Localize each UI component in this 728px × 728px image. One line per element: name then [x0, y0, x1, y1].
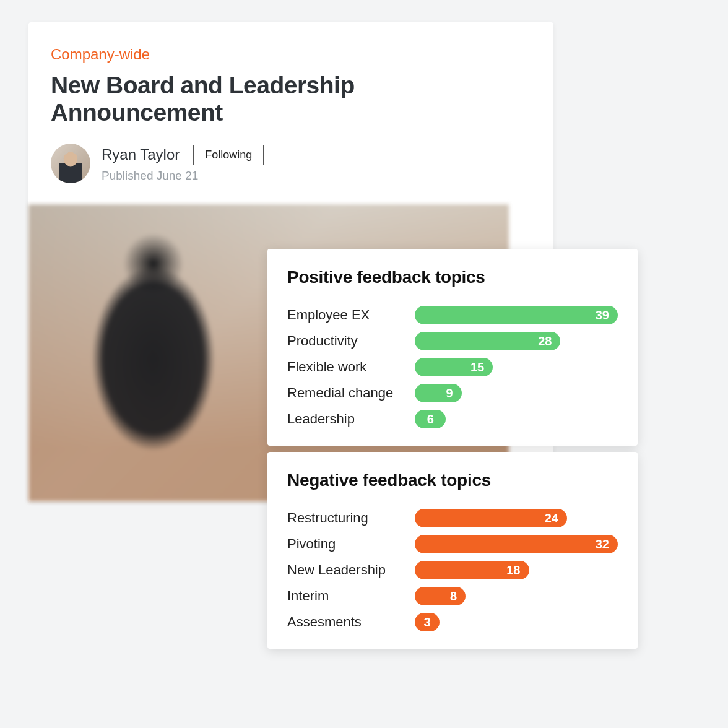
bar-label: Remedial change	[287, 385, 415, 401]
bar-label: Employee EX	[287, 307, 415, 323]
positive-panel-title: Positive feedback topics	[287, 267, 618, 287]
bar-fill: 32	[415, 535, 618, 553]
bar-row: Assesments3	[287, 613, 618, 631]
article-title: New Board and Leadership Announcement	[51, 72, 531, 126]
positive-feedback-panel: Positive feedback topics Employee EX39Pr…	[267, 249, 638, 446]
bar-track: 18	[415, 561, 618, 579]
bar-fill: 8	[415, 587, 466, 605]
bar-row: Leadership6	[287, 410, 618, 428]
bar-track: 39	[415, 306, 618, 324]
negative-feedback-panel: Negative feedback topics Restructuring24…	[267, 452, 638, 649]
bar-fill: 24	[415, 509, 567, 527]
bar-track: 32	[415, 535, 618, 553]
bar-fill: 3	[415, 613, 440, 631]
published-date: Published June 21	[102, 169, 264, 183]
bar-row: Pivoting32	[287, 535, 618, 553]
author-name-row: Ryan Taylor Following	[102, 145, 264, 165]
bar-label: New Leadership	[287, 562, 415, 578]
bar-fill: 6	[415, 410, 446, 428]
bar-fill: 15	[415, 358, 493, 376]
bar-row: Flexible work15	[287, 358, 618, 376]
bar-row: Restructuring24	[287, 509, 618, 527]
bar-row: New Leadership18	[287, 561, 618, 579]
bar-fill: 28	[415, 332, 560, 350]
bar-row: Remedial change9	[287, 384, 618, 402]
bar-track: 24	[415, 509, 618, 527]
bar-track: 3	[415, 613, 618, 631]
bar-label: Assesments	[287, 614, 415, 630]
author-avatar[interactable]	[51, 144, 90, 183]
author-meta: Ryan Taylor Following Published June 21	[102, 145, 264, 183]
bar-track: 8	[415, 587, 618, 605]
negative-panel-title: Negative feedback topics	[287, 470, 618, 490]
negative-bar-list: Restructuring24Pivoting32New Leadership1…	[287, 509, 618, 631]
author-name[interactable]: Ryan Taylor	[102, 146, 180, 163]
follow-button[interactable]: Following	[193, 145, 264, 165]
positive-bar-list: Employee EX39Productivity28Flexible work…	[287, 306, 618, 428]
bar-track: 15	[415, 358, 618, 376]
author-row: Ryan Taylor Following Published June 21	[51, 144, 531, 183]
bar-label: Leadership	[287, 411, 415, 427]
bar-fill: 39	[415, 306, 618, 324]
bar-label: Flexible work	[287, 359, 415, 375]
bar-row: Interim8	[287, 587, 618, 605]
bar-track: 6	[415, 410, 618, 428]
bar-row: Employee EX39	[287, 306, 618, 324]
article-category[interactable]: Company-wide	[51, 46, 531, 63]
bar-label: Productivity	[287, 333, 415, 349]
bar-row: Productivity28	[287, 332, 618, 350]
bar-label: Pivoting	[287, 536, 415, 552]
bar-label: Interim	[287, 588, 415, 604]
bar-label: Restructuring	[287, 510, 415, 526]
bar-track: 28	[415, 332, 618, 350]
bar-fill: 18	[415, 561, 529, 579]
bar-track: 9	[415, 384, 618, 402]
bar-fill: 9	[415, 384, 462, 402]
